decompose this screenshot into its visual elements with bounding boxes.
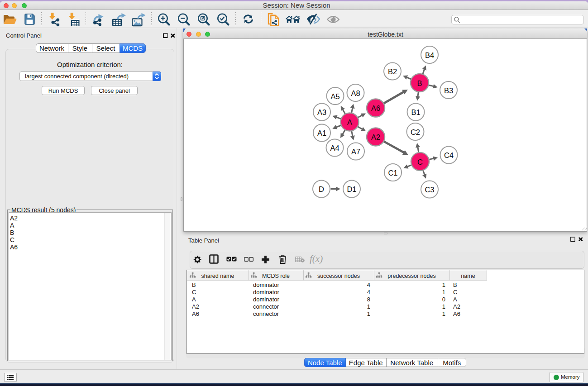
svg-text:A7: A7 xyxy=(351,148,360,156)
svg-text:A8: A8 xyxy=(351,89,360,97)
svg-text:B: B xyxy=(417,79,422,87)
svg-text:B4: B4 xyxy=(425,51,434,59)
svg-text:C3: C3 xyxy=(425,186,434,194)
svg-text:B2: B2 xyxy=(387,67,397,76)
svg-text:C2: C2 xyxy=(410,128,420,136)
svg-text:A1: A1 xyxy=(317,129,326,137)
svg-text:C4: C4 xyxy=(444,151,453,159)
svg-text:A: A xyxy=(347,118,352,126)
svg-text:A5: A5 xyxy=(330,92,339,100)
svg-text:C: C xyxy=(417,157,423,166)
svg-text:D1: D1 xyxy=(347,185,356,193)
svg-text:A2: A2 xyxy=(371,133,380,141)
svg-text:A3: A3 xyxy=(317,108,326,116)
svg-text:D: D xyxy=(319,185,324,193)
svg-text:B1: B1 xyxy=(411,108,420,116)
svg-text:A4: A4 xyxy=(330,144,339,152)
svg-text:A6: A6 xyxy=(371,104,380,112)
svg-text:C1: C1 xyxy=(388,168,397,176)
svg-text:B3: B3 xyxy=(444,86,453,94)
